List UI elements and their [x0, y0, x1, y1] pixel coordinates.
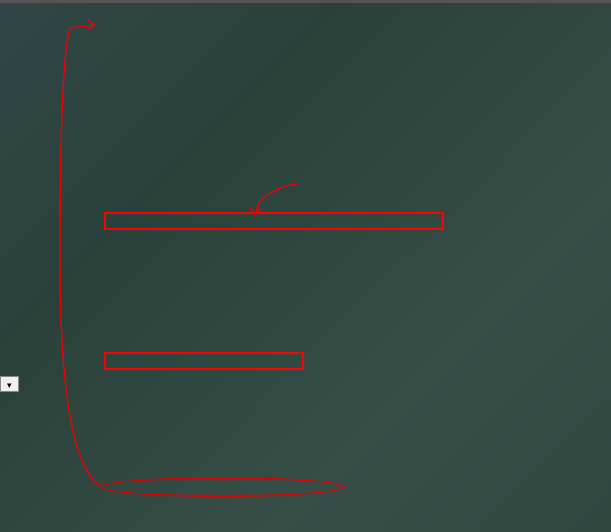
zoom-dropdown[interactable] — [0, 376, 19, 392]
code-editor[interactable] — [0, 0, 611, 532]
section-divider — [0, 0, 611, 3]
